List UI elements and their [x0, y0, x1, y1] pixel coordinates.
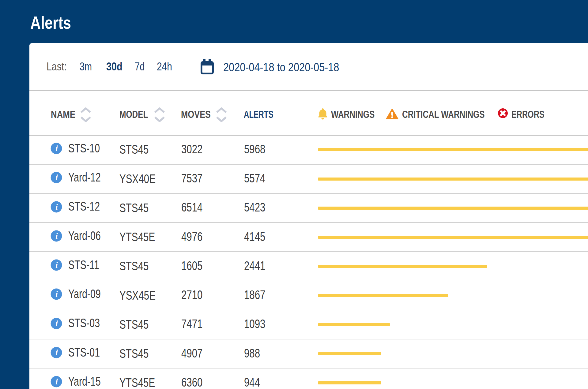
- svg-text:i: i: [55, 290, 58, 299]
- svg-text:i: i: [55, 377, 58, 386]
- svg-text:i: i: [55, 231, 58, 241]
- svg-text:i: i: [55, 202, 58, 211]
- svg-text:i: i: [55, 173, 58, 182]
- svg-text:i: i: [55, 319, 58, 328]
- svg-text:i: i: [55, 144, 58, 153]
- svg-text:i: i: [55, 260, 58, 270]
- svg-text:i: i: [55, 348, 58, 357]
